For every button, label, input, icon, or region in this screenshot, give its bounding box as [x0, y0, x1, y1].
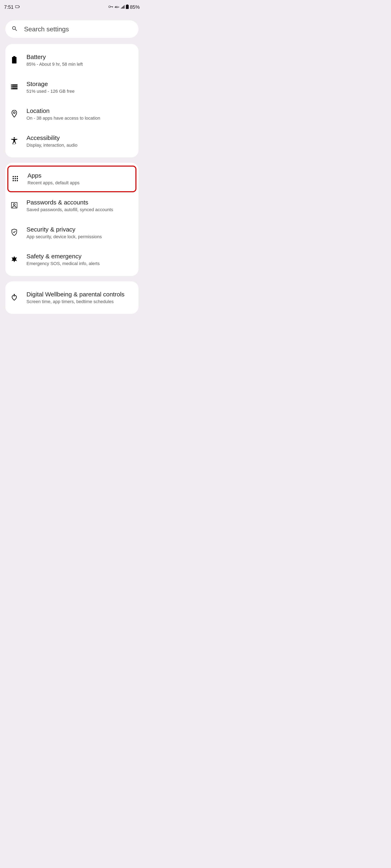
settings-group-1: Battery 85% - About 9 hr, 58 min left St… — [5, 44, 138, 157]
svg-rect-6 — [126, 5, 129, 9]
row-storage[interactable]: Storage 51% used - 126 GB free — [5, 74, 138, 101]
title: Battery — [26, 53, 83, 61]
accessibility-icon — [11, 137, 17, 145]
battery-percent: 85% — [130, 4, 140, 10]
accounts-icon — [11, 202, 17, 209]
subtitle: Screen time, app timers, bedtime schedul… — [26, 299, 124, 305]
svg-rect-7 — [13, 56, 15, 57]
subtitle: Saved passwords, autofill, synced accoun… — [26, 207, 113, 213]
row-storage-text: Storage 51% used - 126 GB free — [26, 80, 75, 94]
row-apps-text: Apps Recent apps, default apps — [27, 172, 80, 186]
row-digital-wellbeing[interactable]: Digital Wellbeing & parental controls Sc… — [5, 284, 138, 311]
subtitle: 85% - About 9 hr, 58 min left — [26, 61, 83, 67]
subtitle: App security, device lock, permissions — [26, 234, 102, 240]
svg-point-18 — [15, 144, 15, 145]
subtitle: Emergency SOS, medical info, alerts — [26, 261, 100, 267]
svg-point-17 — [13, 144, 14, 145]
svg-point-24 — [17, 178, 18, 179]
status-bar: 7:51 4G+ 85% — [0, 0, 144, 14]
search-settings[interactable]: Search settings — [5, 20, 138, 38]
subtitle: On - 38 apps have access to location — [26, 115, 100, 121]
row-security-text: Security & privacy App security, device … — [26, 226, 102, 240]
storage-icon — [11, 85, 18, 90]
svg-point-25 — [12, 180, 14, 181]
title: Storage — [26, 80, 75, 88]
svg-point-13 — [11, 87, 12, 87]
svg-point-19 — [12, 176, 14, 177]
svg-point-22 — [12, 178, 14, 179]
location-icon — [11, 110, 17, 118]
battery-status-icon — [126, 4, 129, 10]
svg-point-15 — [13, 137, 15, 138]
svg-point-14 — [11, 88, 12, 89]
status-left: 7:51 — [4, 4, 20, 10]
svg-rect-3 — [110, 6, 113, 7]
battery-icon — [12, 56, 17, 64]
settings-group-3: Digital Wellbeing & parental controls Sc… — [5, 281, 138, 314]
settings-group-2: Apps Recent apps, default apps Passwords… — [5, 163, 138, 276]
svg-rect-8 — [12, 57, 17, 63]
title: Accessibility — [26, 134, 77, 142]
svg-rect-0 — [15, 6, 19, 8]
svg-rect-5 — [127, 4, 128, 5]
title: Digital Wellbeing & parental controls — [26, 291, 124, 298]
svg-point-16 — [12, 144, 13, 145]
title: Safety & emergency — [26, 253, 100, 260]
clock: 7:51 — [4, 4, 13, 10]
key-icon — [109, 5, 113, 9]
row-safety-emergency[interactable]: Safety & emergency Emergency SOS, medica… — [5, 246, 138, 273]
svg-point-21 — [17, 176, 18, 177]
title: Apps — [27, 172, 80, 179]
search-placeholder: Search settings — [24, 25, 69, 33]
row-passwords-accounts[interactable]: Passwords & accounts Saved passwords, au… — [5, 192, 138, 219]
status-right: 4G+ 85% — [109, 4, 140, 10]
wellbeing-icon — [11, 294, 17, 302]
security-icon — [11, 229, 17, 237]
svg-point-27 — [17, 180, 18, 181]
row-battery-text: Battery 85% - About 9 hr, 58 min left — [26, 53, 83, 67]
row-accessibility[interactable]: Accessibility Display, interaction, audi… — [5, 128, 138, 155]
row-safety-text: Safety & emergency Emergency SOS, medica… — [26, 253, 100, 267]
row-apps[interactable]: Apps Recent apps, default apps — [7, 165, 136, 192]
svg-point-12 — [11, 85, 12, 85]
title: Passwords & accounts — [26, 199, 113, 206]
svg-point-30 — [13, 294, 15, 295]
row-accessibility-text: Accessibility Display, interaction, audi… — [26, 134, 77, 148]
search-icon — [11, 25, 18, 33]
svg-rect-4 — [112, 6, 113, 7]
svg-point-20 — [15, 176, 16, 177]
title: Location — [26, 107, 100, 115]
row-location-text: Location On - 38 apps have access to loc… — [26, 107, 100, 121]
svg-point-2 — [109, 6, 110, 8]
battery-small-icon — [15, 5, 20, 9]
subtitle: Recent apps, default apps — [27, 180, 80, 186]
row-passwords-text: Passwords & accounts Saved passwords, au… — [26, 199, 113, 213]
network-type: 4G+ — [115, 6, 119, 8]
row-battery[interactable]: Battery 85% - About 9 hr, 58 min left — [5, 47, 138, 74]
row-wellbeing-text: Digital Wellbeing & parental controls Sc… — [26, 291, 124, 305]
emergency-icon — [11, 256, 17, 263]
signal-icon — [120, 5, 124, 9]
svg-point-26 — [15, 180, 16, 181]
row-location[interactable]: Location On - 38 apps have access to loc… — [5, 101, 138, 128]
apps-icon — [12, 176, 18, 182]
svg-point-29 — [13, 204, 15, 206]
row-security-privacy[interactable]: Security & privacy App security, device … — [5, 219, 138, 246]
subtitle: Display, interaction, audio — [26, 143, 77, 148]
title: Security & privacy — [26, 226, 102, 233]
svg-rect-1 — [19, 6, 20, 7]
svg-point-23 — [15, 178, 16, 179]
subtitle: 51% used - 126 GB free — [26, 89, 75, 94]
